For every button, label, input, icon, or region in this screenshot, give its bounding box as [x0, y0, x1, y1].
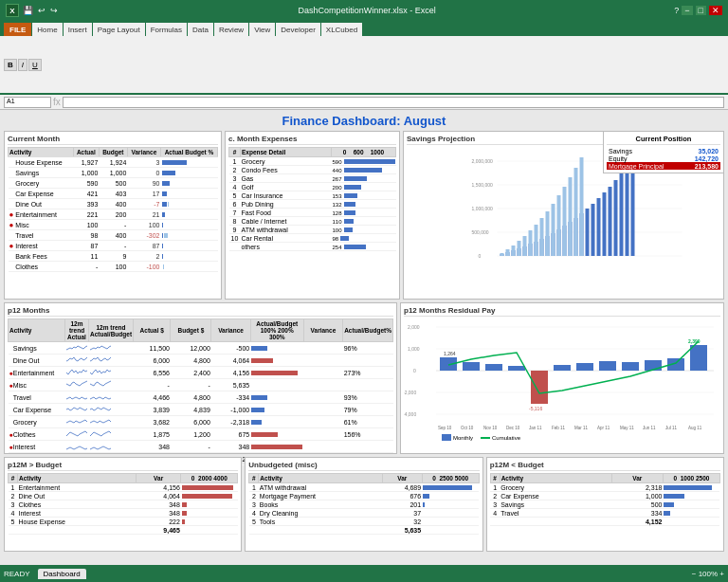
p12-row: ●Travel 4,466 4,800 -334 93%: [9, 391, 393, 404]
svg-text:1,500,000: 1,500,000: [472, 182, 493, 188]
p12m-budget-title: p12M > Budget: [8, 461, 238, 471]
quick-redo[interactable]: ↪: [48, 6, 60, 15]
formula-bar-separator: fx: [53, 97, 61, 107]
svg-rect-39: [529, 230, 533, 256]
current-month-row: ● Dine Out 393 400 -7: [9, 199, 218, 209]
quick-save[interactable]: 💾: [21, 6, 35, 15]
sheet-tab[interactable]: Dashboard: [38, 569, 86, 579]
svg-text:2,000: 2,000: [408, 324, 420, 330]
svg-text:Apr 11: Apr 11: [597, 426, 610, 430]
p12-col-trend-budget: 12m trend Actual/Budget: [89, 319, 134, 342]
name-box[interactable]: A1: [4, 97, 51, 108]
p12m-under-row: 3 Savings 500: [490, 500, 719, 509]
restore-btn[interactable]: □: [696, 6, 706, 15]
cp-row-equity: Equity142,720: [607, 155, 720, 162]
current-month-row: ● Entertainment 221 200 21: [9, 209, 218, 220]
svg-rect-29: [609, 187, 612, 256]
month-expenses-card: c. Month Expenses # Expense Detail 0 600…: [225, 131, 400, 300]
p12-row: ●Grocery 3,682 6,000 -2,318 61%: [9, 416, 393, 428]
expense-row: others 254: [229, 243, 396, 251]
window-title: DashCompetitionWinner.xlsx - Excel: [60, 6, 674, 15]
svg-text:Feb 11: Feb 11: [552, 426, 566, 430]
p12m-under-row: 1 Grocery 2,318: [490, 483, 719, 492]
col-variance: Variance: [127, 148, 160, 157]
btn-italic[interactable]: I: [18, 59, 27, 71]
svg-rect-28: [603, 192, 607, 256]
expense-row: 1 Grocery 590: [229, 157, 396, 166]
pb-col-num: #: [9, 474, 18, 483]
tab-home[interactable]: Home: [32, 23, 62, 36]
cp-row-savings: Savings35,020: [607, 147, 720, 155]
tab-formulas[interactable]: Formulas: [146, 23, 187, 36]
svg-rect-63: [508, 366, 525, 371]
zoom-controls[interactable]: − 100% +: [692, 570, 724, 578]
svg-rect-31: [620, 173, 624, 256]
svg-rect-68: [622, 362, 639, 371]
btn-bold[interactable]: B: [4, 59, 17, 71]
p12m-budget-row: 3 Clothes 348: [9, 500, 238, 509]
p12-row: ●Savings 11,500 12,000 -500 96%: [9, 342, 393, 355]
svg-rect-32: [626, 166, 629, 256]
svg-rect-35: [506, 249, 510, 256]
tab-insert[interactable]: Insert: [64, 23, 92, 36]
minimize-btn[interactable]: −: [682, 6, 692, 15]
p12-col-actual: Actual $: [134, 319, 171, 342]
svg-text:Jul 11: Jul 11: [665, 426, 678, 430]
svg-rect-26: [592, 204, 595, 256]
svg-text:Oct 10: Oct 10: [461, 426, 474, 430]
tab-file[interactable]: FILE: [4, 23, 31, 36]
p12-row: ●Clothes 1,875 1,200 675 156%: [9, 428, 393, 441]
p12m-budget-row: 2 Dine Out 4,064: [9, 492, 238, 500]
svg-text:Jan 11: Jan 11: [529, 426, 542, 430]
tab-developer[interactable]: Developer: [276, 23, 319, 36]
tab-data[interactable]: Data: [188, 23, 213, 36]
unbudgeted-row: 3 Books 201: [249, 500, 479, 509]
btn-underline[interactable]: U: [28, 59, 42, 71]
svg-text:1,000,000: 1,000,000: [472, 206, 493, 211]
svg-rect-45: [563, 187, 567, 256]
current-month-row: ● Interest 87 - 87: [9, 241, 218, 251]
svg-rect-25: [586, 209, 590, 256]
expense-row: 8 Cable / Internet 110: [229, 217, 396, 226]
p12-row: ●Misc - - 5,635: [9, 379, 393, 391]
svg-rect-65: [554, 365, 571, 371]
svg-text:1,264: 1,264: [444, 351, 456, 356]
p12m-budget-card: p12M > Budget # Activity Var 0 2000 4000…: [4, 457, 242, 552]
svg-rect-47: [574, 168, 578, 256]
p12-residual-card: p12 Months Residual Pay 2,000 1,000 0 -2…: [400, 302, 724, 454]
current-month-row: ● Travel 98 400 -302: [9, 230, 218, 241]
svg-rect-44: [557, 195, 561, 256]
residual-legend-cumulative: Cumulative: [481, 434, 520, 441]
expense-row: 7 Fast Food 128: [229, 209, 396, 217]
svg-text:0: 0: [479, 253, 482, 259]
formula-input[interactable]: [63, 97, 724, 108]
p12-col-bar: Actual/Budget 100% 200% 300%: [250, 319, 303, 342]
ub-col-bar: 0 2500 5000: [422, 474, 479, 483]
close-btn[interactable]: ✕: [709, 6, 722, 15]
month-expenses-title: c. Month Expenses: [228, 135, 396, 145]
tab-xlcubed[interactable]: XLCubed: [321, 23, 362, 36]
svg-rect-42: [546, 211, 550, 256]
p12-months-card: p12 Months Activity 12m trend Actual 12m…: [4, 302, 397, 454]
p12-residual-title: p12 Months Residual Pay: [404, 306, 720, 317]
me-col-num: #: [229, 148, 241, 157]
current-month-card: Current Month Activity Actual Budget Var…: [4, 131, 222, 300]
help-btn[interactable]: ?: [674, 6, 679, 15]
residual-legend-monthly: Monthly: [442, 434, 473, 441]
pu-col-num: #: [490, 474, 500, 483]
pb-col-var: Var: [136, 474, 180, 483]
p12m-under-row: 2 Car Expense 1,000: [490, 492, 719, 500]
svg-text:1,000: 1,000: [408, 346, 420, 352]
quick-undo[interactable]: ↩: [36, 6, 47, 15]
pb-col-bar: 0 2000 4000: [181, 474, 238, 483]
expense-row: 9 ATM withdrawal 100: [229, 226, 396, 234]
svg-text:2,000,000: 2,000,000: [472, 158, 493, 164]
svg-rect-66: [576, 363, 593, 371]
tab-pagelayout[interactable]: Page Layout: [93, 23, 145, 36]
pu-col-activity: Activity: [500, 474, 611, 483]
p12-col-trend-actual: 12m trend Actual: [65, 319, 89, 342]
p12-row: ●Interest 348 - 348: [9, 441, 393, 453]
tab-view[interactable]: View: [249, 23, 275, 36]
tab-review[interactable]: Review: [214, 23, 248, 36]
svg-text:May 11: May 11: [620, 426, 634, 430]
